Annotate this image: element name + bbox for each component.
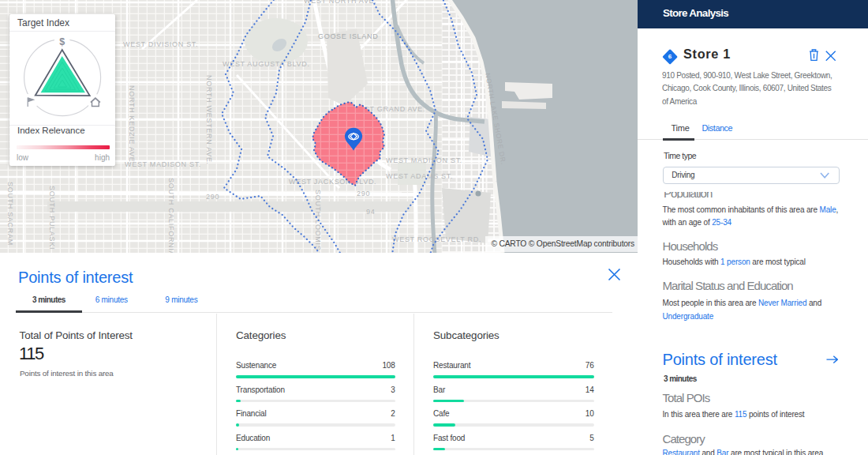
- svg-text:SOUTH LOOMIS ST.: SOUTH LOOMIS ST.: [314, 190, 322, 253]
- svg-text:WEST ROOSEVELT RD.: WEST ROOSEVELT RD.: [392, 235, 481, 243]
- svg-text:WEST DIVISION ST.: WEST DIVISION ST.: [123, 40, 198, 48]
- svg-text:290: 290: [357, 190, 370, 197]
- svg-text:WEST JACKSON BLVD.: WEST JACKSON BLVD.: [289, 178, 376, 186]
- svg-text:$: $: [59, 36, 65, 47]
- svg-text:SOUTH SACRAM: SOUTH SACRAM: [6, 182, 14, 246]
- svg-text:NORTH KEDZIE AVE.: NORTH KEDZIE AVE.: [128, 85, 136, 165]
- svg-text:NORTH WESTERN AVE.: NORTH WESTERN AVE.: [205, 75, 213, 165]
- svg-text:SOUTH CALIFORNIA: SOUTH CALIFORNIA: [167, 178, 175, 253]
- svg-text:WEST ADAMS ST.: WEST ADAMS ST.: [386, 172, 453, 180]
- svg-text:WEST NORTH AVE.: WEST NORTH AVE.: [304, 0, 377, 5]
- svg-text:290: 290: [206, 193, 219, 201]
- svg-text:GOOSE ISLAND: GOOSE ISLAND: [318, 32, 378, 40]
- svg-text:SOUTH PULASKI RD.: SOUTH PULASKI RD.: [48, 186, 56, 253]
- svg-text:WEST AUGUSTA BLVD.: WEST AUGUSTA BLVD.: [223, 60, 310, 68]
- svg-text:94: 94: [366, 208, 375, 216]
- svg-text:WEST MADISON ST.: WEST MADISON ST.: [386, 156, 462, 164]
